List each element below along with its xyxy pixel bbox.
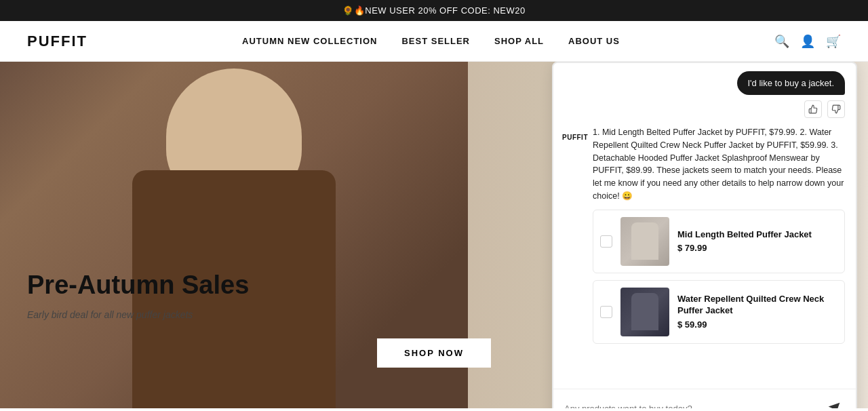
- feedback-icons: [804, 100, 845, 118]
- logo[interactable]: PUFFIT: [27, 33, 87, 50]
- thumbs-up-icon[interactable]: [804, 100, 822, 118]
- product-checkbox-1[interactable]: [600, 235, 612, 248]
- send-icon: [827, 402, 841, 408]
- shop-now-button[interactable]: SHOP NOW: [377, 338, 491, 368]
- send-button[interactable]: [823, 397, 845, 408]
- promo-banner: 🌻🔥NEW USER 20% OFF CODE: NEW20: [0, 0, 868, 21]
- main-nav: AUTUMN NEW COLLECTION BEST SELLER SHOP A…: [242, 36, 620, 46]
- user-icon[interactable]: 👤: [800, 34, 815, 49]
- product-checkbox-2[interactable]: [600, 306, 612, 318]
- thumbs-down-icon[interactable]: [827, 100, 845, 118]
- user-message-bubble: I'd like to buy a jacket.: [737, 71, 846, 95]
- chat-widget: I'd like to buy a jacket. PUFFIT 1. Mid …: [552, 62, 857, 408]
- cart-icon[interactable]: 🛒: [826, 34, 841, 49]
- product-info-1: Mid Length Belted Puffer Jacket $ 79.99: [677, 229, 837, 254]
- nav-item-bestseller[interactable]: BEST SELLER: [401, 36, 470, 46]
- product-image-1: [620, 217, 669, 266]
- bot-message-content: 1. Mid Length Belted Puffer Jacket by PU…: [593, 126, 845, 351]
- chat-input[interactable]: [564, 404, 818, 409]
- product-info-2: Water Repellent Quilted Crew Neck Puffer…: [677, 294, 837, 330]
- hero-section: Pre-Autumn Sales Early bird deal for all…: [0, 62, 868, 408]
- bot-avatar: PUFFIT: [564, 126, 586, 148]
- header: PUFFIT AUTUMN NEW COLLECTION BEST SELLER…: [0, 21, 868, 62]
- hero-subtitle: Early bird deal for all new puffer jacke…: [27, 309, 193, 320]
- chat-input-area: [553, 389, 856, 408]
- product-card-2[interactable]: Water Repellent Quilted Crew Neck Puffer…: [593, 280, 845, 344]
- search-icon[interactable]: 🔍: [774, 34, 789, 49]
- bot-message-area: PUFFIT 1. Mid Length Belted Puffer Jacke…: [553, 126, 856, 389]
- nav-item-aboutus[interactable]: ABOUT US: [568, 36, 620, 46]
- header-actions: 🔍 👤 🛒: [774, 34, 841, 49]
- banner-text: 🌻🔥NEW USER 20% OFF CODE: NEW20: [342, 5, 525, 16]
- bot-text: 1. Mid Length Belted Puffer Jacket by PU…: [593, 126, 845, 203]
- bot-message-row: PUFFIT 1. Mid Length Belted Puffer Jacke…: [564, 126, 845, 351]
- product-name-1: Mid Length Belted Puffer Jacket: [677, 229, 837, 241]
- nav-item-autumn[interactable]: AUTUMN NEW COLLECTION: [242, 36, 377, 46]
- product-card-1[interactable]: Mid Length Belted Puffer Jacket $ 79.99: [593, 210, 845, 273]
- user-message-wrapper: I'd like to buy a jacket.: [553, 63, 856, 100]
- product-name-2: Water Repellent Quilted Crew Neck Puffer…: [677, 294, 837, 317]
- product-price-2: $ 59.99: [677, 319, 837, 330]
- nav-item-shopall[interactable]: SHOP ALL: [494, 36, 544, 46]
- product-price-1: $ 79.99: [677, 243, 837, 253]
- hero-title: Pre-Autumn Sales: [27, 271, 249, 300]
- product-image-2: [620, 288, 669, 336]
